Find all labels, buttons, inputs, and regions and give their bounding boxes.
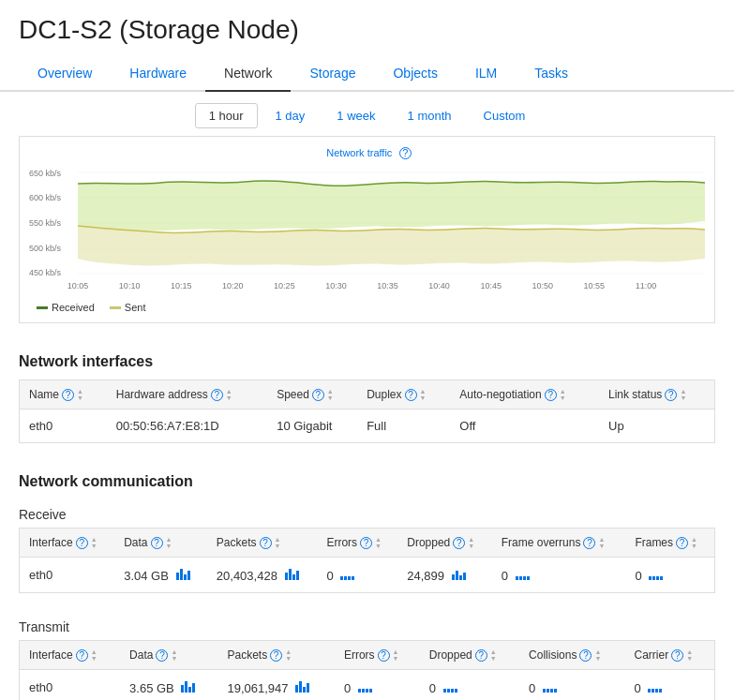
rx-dropped-chart-icon[interactable] bbox=[452, 567, 466, 580]
rx-frames-help[interactable]: ? bbox=[676, 537, 688, 549]
page-title: DC1-S2 (Storage Node) bbox=[0, 0, 734, 56]
svg-text:10:30: 10:30 bbox=[325, 281, 347, 290]
rx-dropped-help[interactable]: ? bbox=[453, 537, 465, 549]
tx-collisions-sort[interactable] bbox=[594, 648, 601, 662]
tx-packets-chart-icon[interactable] bbox=[295, 679, 309, 693]
tx-data-chart-icon[interactable] bbox=[181, 679, 195, 693]
chart-help-icon[interactable]: ? bbox=[399, 147, 412, 159]
rx-data-help[interactable]: ? bbox=[151, 537, 163, 549]
tx-collisions-chart-icon[interactable] bbox=[543, 679, 557, 693]
tx-packets: 19,061,947 bbox=[217, 670, 334, 701]
tab-hardware[interactable]: Hardware bbox=[111, 56, 205, 92]
svg-text:10:55: 10:55 bbox=[584, 281, 606, 290]
tab-network[interactable]: Network bbox=[205, 56, 291, 92]
th-rx-errors: Errors ? bbox=[317, 529, 397, 558]
tab-storage[interactable]: Storage bbox=[291, 56, 374, 92]
rx-frames-chart-icon[interactable] bbox=[649, 567, 663, 580]
rx-data-chart-icon[interactable] bbox=[176, 567, 190, 580]
rx-dropped: 24,899 bbox=[397, 558, 491, 593]
hardware-address-sort[interactable] bbox=[226, 388, 232, 401]
time-tab-1hour[interactable]: 1 hour bbox=[195, 103, 258, 128]
svg-text:10:15: 10:15 bbox=[171, 281, 192, 290]
rx-interface-help[interactable]: ? bbox=[76, 537, 88, 549]
speed-sort[interactable] bbox=[327, 388, 334, 401]
th-auto-negotiation: Auto-negotiation ? bbox=[450, 380, 599, 410]
th-tx-data: Data ? bbox=[120, 641, 217, 670]
speed-help-icon[interactable]: ? bbox=[312, 389, 324, 401]
th-name: Name ? bbox=[20, 380, 107, 410]
svg-text:10:50: 10:50 bbox=[532, 281, 553, 290]
auto-neg-help-icon[interactable]: ? bbox=[545, 389, 557, 401]
name-sort[interactable] bbox=[77, 388, 83, 401]
transmit-table-wrapper: Interface ? Data ? Packets ? bbox=[19, 640, 715, 700]
tx-data-sort[interactable] bbox=[171, 648, 177, 662]
hardware-address-help-icon[interactable]: ? bbox=[211, 389, 223, 401]
time-tab-1month[interactable]: 1 month bbox=[394, 103, 466, 128]
tx-dropped-help[interactable]: ? bbox=[475, 649, 487, 662]
tx-carrier: 0 bbox=[624, 670, 714, 701]
tx-carrier-chart-icon[interactable] bbox=[648, 679, 662, 693]
rx-packets-chart-icon[interactable] bbox=[285, 567, 299, 580]
rx-data: 3.04 GB bbox=[114, 558, 207, 593]
duplex-help-icon[interactable]: ? bbox=[405, 389, 417, 401]
rx-packets-sort[interactable] bbox=[275, 536, 281, 549]
th-tx-carrier: Carrier ? bbox=[624, 641, 714, 670]
rx-frame-overruns-chart-icon[interactable] bbox=[516, 567, 530, 580]
network-interfaces-header-row: Name ? Hardware address ? Speed ? bbox=[20, 380, 714, 410]
tx-collisions: 0 bbox=[519, 670, 624, 701]
time-tab-custom[interactable]: Custom bbox=[470, 103, 540, 128]
tx-packets-sort[interactable] bbox=[285, 648, 292, 662]
rx-interface-sort[interactable] bbox=[91, 536, 97, 549]
receive-table-wrapper: Interface ? Data ? Packets ? bbox=[19, 528, 715, 593]
ni-duplex: Full bbox=[357, 410, 450, 443]
duplex-sort[interactable] bbox=[420, 388, 427, 401]
tx-interface-help[interactable]: ? bbox=[76, 649, 88, 662]
svg-text:10:20: 10:20 bbox=[222, 281, 244, 290]
tab-overview[interactable]: Overview bbox=[19, 56, 111, 92]
tx-carrier-sort[interactable] bbox=[686, 648, 693, 662]
svg-text:550 kb/s: 550 kb/s bbox=[29, 218, 62, 228]
tab-tasks[interactable]: Tasks bbox=[516, 56, 587, 92]
tx-dropped: 0 bbox=[420, 670, 519, 701]
rx-frame-overruns-help[interactable]: ? bbox=[583, 537, 595, 549]
tx-errors-chart-icon[interactable] bbox=[358, 679, 372, 693]
network-interfaces-title: Network interfaces bbox=[0, 342, 734, 380]
tab-ilm[interactable]: ILM bbox=[457, 56, 516, 92]
tab-objects[interactable]: Objects bbox=[374, 56, 456, 92]
tx-errors-sort[interactable] bbox=[393, 648, 399, 662]
transmit-subtitle: Transmit bbox=[0, 612, 734, 640]
network-interfaces-table: Name ? Hardware address ? Speed ? bbox=[20, 380, 714, 442]
rx-errors-chart-icon[interactable] bbox=[340, 567, 354, 580]
tx-interface: eth0 bbox=[20, 670, 120, 701]
time-tab-1day[interactable]: 1 day bbox=[262, 103, 320, 128]
tx-collisions-help[interactable]: ? bbox=[579, 649, 592, 662]
rx-frames-sort[interactable] bbox=[691, 536, 697, 549]
th-rx-frame-overruns: Frame overruns ? bbox=[492, 529, 626, 558]
rx-frame-overruns-sort[interactable] bbox=[598, 536, 605, 549]
svg-text:11:00: 11:00 bbox=[636, 281, 657, 290]
tx-errors-help[interactable]: ? bbox=[378, 649, 390, 662]
tx-packets-help[interactable]: ? bbox=[270, 649, 282, 662]
th-link-status: Link status ? bbox=[599, 380, 714, 410]
time-tab-1week[interactable]: 1 week bbox=[322, 103, 389, 128]
tx-dropped-chart-icon[interactable] bbox=[443, 679, 457, 693]
tx-dropped-sort[interactable] bbox=[490, 648, 497, 662]
link-status-help-icon[interactable]: ? bbox=[665, 389, 677, 401]
tx-interface-sort[interactable] bbox=[91, 648, 97, 662]
auto-neg-sort[interactable] bbox=[560, 388, 566, 401]
name-help-icon[interactable]: ? bbox=[62, 389, 74, 401]
ni-auto-negotiation: Off bbox=[450, 410, 599, 443]
rx-errors-sort[interactable] bbox=[375, 536, 382, 549]
rx-dropped-sort[interactable] bbox=[468, 536, 474, 549]
rx-packets-help[interactable]: ? bbox=[260, 537, 272, 549]
link-status-sort[interactable] bbox=[680, 388, 686, 401]
svg-text:500 kb/s: 500 kb/s bbox=[29, 244, 62, 253]
receive-subtitle: Receive bbox=[0, 499, 734, 528]
th-speed: Speed ? bbox=[267, 380, 357, 410]
tx-data-help[interactable]: ? bbox=[156, 649, 168, 662]
chart-legend: Received Sent bbox=[29, 296, 705, 313]
rx-data-sort[interactable] bbox=[166, 536, 172, 549]
th-tx-collisions: Collisions ? bbox=[519, 641, 624, 670]
rx-errors-help[interactable]: ? bbox=[360, 537, 372, 549]
tx-carrier-help[interactable]: ? bbox=[671, 649, 683, 662]
